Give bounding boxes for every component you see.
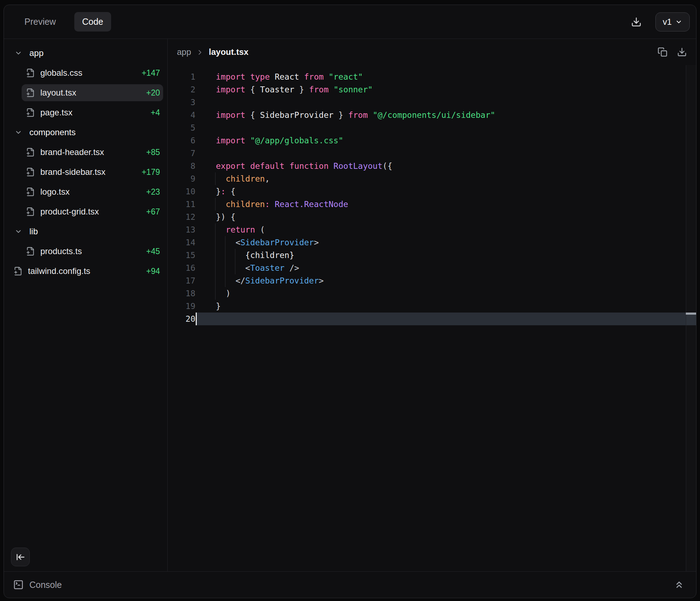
code-line[interactable]: 3 bbox=[168, 96, 696, 109]
tree-file-layout.tsx[interactable]: layout.tsx+20 bbox=[4, 83, 167, 103]
code-line[interactable]: 10}: { bbox=[168, 185, 696, 198]
copy-code-button[interactable] bbox=[658, 47, 667, 57]
tree-file-tailwind.config.ts[interactable]: tailwind.config.ts+94 bbox=[4, 261, 167, 281]
added-lines-badge: +67 bbox=[146, 207, 167, 217]
version-dropdown[interactable]: v1 bbox=[655, 12, 690, 32]
console-bar[interactable]: Console bbox=[4, 571, 696, 598]
line-number: 17 bbox=[168, 274, 195, 287]
code-line[interactable]: 7 bbox=[168, 147, 696, 160]
line-number: 10 bbox=[168, 185, 195, 198]
download-icon bbox=[677, 47, 687, 57]
top-bar: Preview Code v1 bbox=[4, 5, 696, 39]
chevrons-up-icon[interactable] bbox=[674, 579, 684, 590]
line-content bbox=[195, 96, 216, 109]
tree-file-globals.css[interactable]: globals.css+147 bbox=[4, 63, 167, 83]
code-line[interactable]: 5 bbox=[168, 121, 696, 134]
line-number: 6 bbox=[168, 134, 195, 147]
folder-name: components bbox=[29, 127, 76, 137]
workspace-body: appglobals.css+147layout.tsx+20page.tsx+… bbox=[4, 39, 696, 571]
folder-name: lib bbox=[29, 227, 38, 236]
line-content bbox=[195, 313, 216, 325]
console-label: Console bbox=[29, 580, 62, 590]
file-plus-icon bbox=[26, 68, 35, 78]
tree-folder-components[interactable]: components bbox=[4, 122, 167, 142]
tree-file-brand-sidebar.tsx[interactable]: brand-sidebar.tsx+179 bbox=[4, 162, 167, 182]
line-content: import type React from "react" bbox=[195, 70, 363, 83]
file-name: products.ts bbox=[40, 246, 82, 256]
tab-preview[interactable]: Preview bbox=[17, 12, 64, 32]
line-content: {children} bbox=[195, 249, 294, 262]
terminal-icon bbox=[13, 579, 24, 590]
view-tabs: Preview Code bbox=[17, 12, 111, 32]
file-plus-icon bbox=[26, 187, 35, 196]
breadcrumb-bar: app layout.tsx bbox=[168, 39, 696, 65]
code-line[interactable]: 12}) { bbox=[168, 211, 696, 223]
line-content: import { Toaster } from "sonner" bbox=[195, 83, 373, 96]
code-line[interactable]: 2import { Toaster } from "sonner" bbox=[168, 83, 696, 96]
line-content: }) { bbox=[195, 211, 235, 223]
top-bar-actions: v1 bbox=[631, 12, 690, 32]
line-number: 16 bbox=[168, 262, 195, 274]
code-line[interactable]: 15 {children} bbox=[168, 249, 696, 262]
chevron-down-icon bbox=[15, 228, 22, 235]
code-line[interactable]: 20 bbox=[168, 313, 696, 325]
arrow-left-to-line-icon bbox=[16, 553, 25, 562]
version-label: v1 bbox=[663, 17, 672, 27]
file-plus-icon bbox=[26, 88, 35, 97]
tree-folder-app[interactable]: app bbox=[4, 43, 167, 63]
code-line[interactable]: 8export default function RootLayout({ bbox=[168, 160, 696, 172]
chevron-down-icon bbox=[15, 49, 22, 57]
code-workspace-panel: Preview Code v1 appglobals.css+147layout… bbox=[4, 5, 696, 598]
tree-file-brand-header.tsx[interactable]: brand-header.tsx+85 bbox=[4, 142, 167, 162]
editor-column: app layout.tsx bbox=[168, 39, 696, 571]
tree-file-page.tsx[interactable]: page.tsx+4 bbox=[4, 103, 167, 122]
tree-file-products.ts[interactable]: products.ts+45 bbox=[4, 241, 167, 261]
code-line[interactable]: 16 <Toaster /> bbox=[168, 262, 696, 274]
code-line[interactable]: 11 children: React.ReactNode bbox=[168, 198, 696, 211]
code-line[interactable]: 19} bbox=[168, 300, 696, 313]
chevron-down-icon bbox=[15, 128, 22, 136]
code-line[interactable]: 6import "@/app/globals.css" bbox=[168, 134, 696, 147]
line-content: import { SidebarProvider } from "@/compo… bbox=[195, 109, 495, 121]
breadcrumb-folder[interactable]: app bbox=[177, 47, 191, 57]
line-number: 8 bbox=[168, 160, 195, 172]
download-file-button[interactable] bbox=[677, 47, 687, 57]
file-name: brand-sidebar.tsx bbox=[40, 167, 105, 177]
copy-icon bbox=[658, 47, 667, 57]
line-number: 13 bbox=[168, 223, 195, 236]
breadcrumb: app layout.tsx bbox=[177, 47, 248, 57]
tree-folder-lib[interactable]: lib bbox=[4, 222, 167, 241]
line-number: 12 bbox=[168, 211, 195, 223]
code-line[interactable]: 13 return ( bbox=[168, 223, 696, 236]
chevron-right-icon bbox=[196, 48, 204, 56]
added-lines-badge: +4 bbox=[151, 108, 167, 118]
download-button[interactable] bbox=[631, 17, 642, 27]
line-content: </SidebarProvider> bbox=[195, 274, 324, 287]
tab-code[interactable]: Code bbox=[74, 12, 111, 32]
added-lines-badge: +85 bbox=[146, 148, 167, 157]
tree-file-logo.tsx[interactable]: logo.tsx+23 bbox=[4, 182, 167, 202]
code-line[interactable]: 18 ) bbox=[168, 287, 696, 300]
file-actions bbox=[658, 47, 687, 57]
line-number: 14 bbox=[168, 236, 195, 249]
line-content: }: { bbox=[195, 185, 235, 198]
file-tree-sidebar: appglobals.css+147layout.tsx+20page.tsx+… bbox=[4, 39, 168, 571]
line-content: import "@/app/globals.css" bbox=[195, 134, 343, 147]
current-line-highlight bbox=[196, 313, 696, 325]
code-line[interactable]: 1import type React from "react" bbox=[168, 70, 696, 83]
line-content: children, bbox=[195, 172, 270, 185]
code-line[interactable]: 14 <SidebarProvider> bbox=[168, 236, 696, 249]
line-number: 2 bbox=[168, 83, 195, 96]
file-plus-icon bbox=[26, 167, 35, 177]
code-line[interactable]: 17 </SidebarProvider> bbox=[168, 274, 696, 287]
collapse-sidebar-button[interactable] bbox=[11, 548, 30, 566]
code-line[interactable]: 4import { SidebarProvider } from "@/comp… bbox=[168, 109, 696, 121]
code-line[interactable]: 9 children, bbox=[168, 172, 696, 185]
tree-file-product-grid.tsx[interactable]: product-grid.tsx+67 bbox=[4, 202, 167, 222]
line-number: 19 bbox=[168, 300, 195, 313]
code-editor[interactable]: 1import type React from "react"2import {… bbox=[168, 65, 696, 571]
file-name: page.tsx bbox=[40, 108, 73, 118]
line-content: export default function RootLayout({ bbox=[195, 160, 392, 172]
line-number: 4 bbox=[168, 109, 195, 121]
line-content: <SidebarProvider> bbox=[195, 236, 319, 249]
